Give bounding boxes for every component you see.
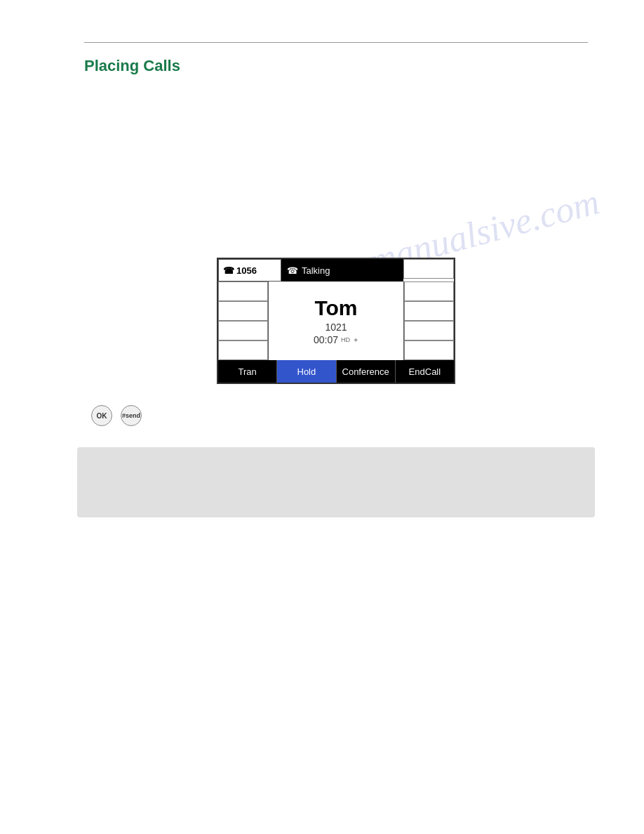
softkey-right-2[interactable] [404, 282, 454, 301]
phone-main-display: Tom 1021 00:07 HD ✦ [269, 282, 403, 360]
phone-status-bar: ☎ Talking [281, 259, 403, 282]
softkey-left-1[interactable] [218, 282, 268, 301]
softkey-right-5[interactable] [404, 340, 454, 360]
timer-value: 00:07 [314, 334, 338, 345]
extension-number: 1056 [236, 265, 257, 276]
phone-icon: ☎ [223, 265, 234, 276]
phone-extension: ☎ 1056 [218, 259, 281, 282]
status-phone-icon: ☎ [287, 265, 298, 276]
phone-screen-wrapper: ☎ 1056 ☎ Talking [84, 258, 588, 384]
ok-button[interactable]: OK [91, 405, 112, 426]
phone-header: ☎ 1056 ☎ Talking [218, 259, 454, 282]
softkey-left-3[interactable] [218, 321, 268, 340]
right-softkeys-header [403, 259, 454, 282]
contact-number: 1021 [325, 322, 347, 333]
contact-name: Tom [314, 296, 357, 320]
page-container: Placing Calls ☎ 1056 ☎ Talking [0, 0, 644, 834]
phone-screen: ☎ 1056 ☎ Talking [217, 258, 455, 384]
call-timer: 00:07 HD ✦ [314, 334, 358, 345]
conference-button[interactable]: Conference [337, 360, 396, 383]
hash-button[interactable]: #send [121, 405, 142, 426]
tran-button[interactable]: Tran [218, 360, 277, 383]
softkey-right-3[interactable] [404, 301, 454, 321]
page-title: Placing Calls [84, 57, 588, 75]
softkey-left-2[interactable] [218, 301, 268, 321]
note-box [77, 447, 595, 517]
softkey-right-4[interactable] [404, 321, 454, 340]
top-divider [84, 42, 588, 43]
left-softkeys [218, 282, 269, 360]
hold-button[interactable]: Hold [277, 360, 336, 383]
softkey-left-4[interactable] [218, 340, 268, 360]
button-row: OK #send [84, 405, 588, 426]
hd-badge: HD [341, 336, 350, 343]
phone-action-bar: Tran Hold Conference EndCall [218, 360, 454, 383]
endcall-button[interactable]: EndCall [396, 360, 454, 383]
hd-icon: ✦ [353, 336, 358, 344]
right-softkeys-body [403, 282, 454, 360]
phone-body: Tom 1021 00:07 HD ✦ [218, 282, 454, 360]
softkey-right-1[interactable] [403, 259, 454, 279]
status-text: Talking [302, 265, 330, 276]
